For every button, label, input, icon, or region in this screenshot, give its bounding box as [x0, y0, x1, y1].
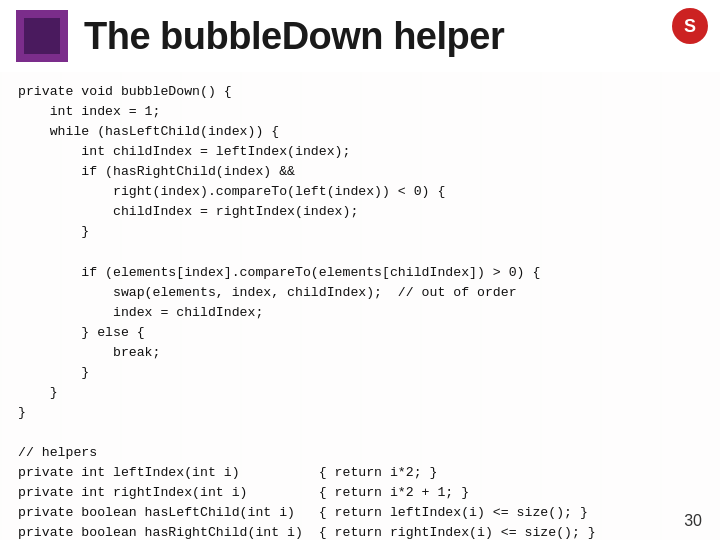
code-line: }: [18, 363, 702, 383]
code-line: swap(elements, index, childIndex); // ou…: [18, 283, 702, 303]
code-line: }: [18, 222, 702, 242]
slide-title: The bubbleDown helper: [84, 15, 504, 58]
page-number: 30: [684, 512, 702, 530]
code-line: } else {: [18, 323, 702, 343]
slide-header: The bubbleDown helper: [0, 0, 720, 72]
code-line: // helpers: [18, 443, 702, 463]
code-line: }: [18, 403, 702, 423]
code-line: int childIndex = leftIndex(index);: [18, 142, 702, 162]
code-line: while (hasLeftChild(index)) {: [18, 122, 702, 142]
code-line: break;: [18, 343, 702, 363]
code-line: right(index).compareTo(left(index)) < 0)…: [18, 182, 702, 202]
code-line: private void bubbleDown() {: [18, 82, 702, 102]
code-line: private boolean hasLeftChild(int i) { re…: [18, 503, 702, 523]
code-line: }: [18, 383, 702, 403]
code-content-area: private void bubbleDown() { int index = …: [0, 72, 720, 540]
code-line: childIndex = rightIndex(index);: [18, 202, 702, 222]
code-line: if (elements[index].compareTo(elements[c…: [18, 263, 702, 283]
code-line: private int rightIndex(int i) { return i…: [18, 483, 702, 503]
code-block: private void bubbleDown() { int index = …: [18, 82, 702, 540]
header-accent-block: [16, 10, 68, 62]
code-line: private boolean hasRightChild(int i) { r…: [18, 523, 702, 540]
code-line: int index = 1;: [18, 102, 702, 122]
logo-badge: S: [672, 8, 708, 44]
code-line: [18, 243, 702, 263]
code-line: [18, 423, 702, 443]
code-line: index = childIndex;: [18, 303, 702, 323]
code-line: if (hasRightChild(index) &&: [18, 162, 702, 182]
code-line: private int leftIndex(int i) { return i*…: [18, 463, 702, 483]
logo-letter: S: [684, 16, 696, 37]
